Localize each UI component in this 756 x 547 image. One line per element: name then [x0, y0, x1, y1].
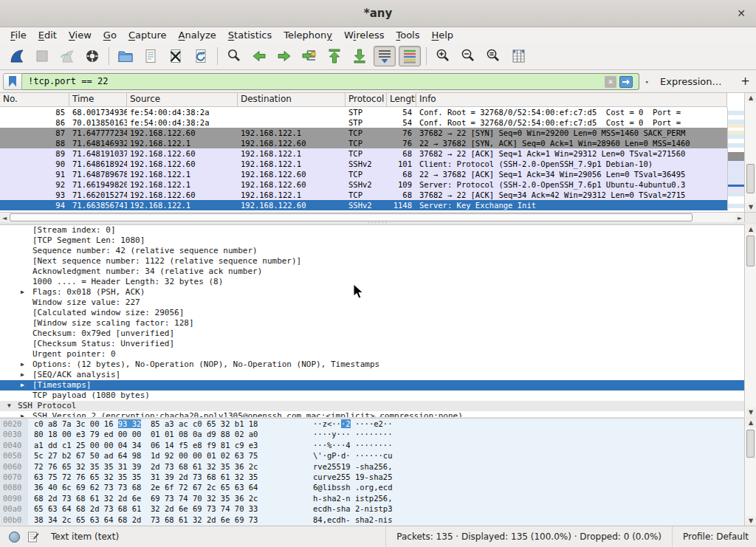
- packet-row-92[interactable]: 9271.661949820192.168.122.1192.168.122.6…: [0, 179, 727, 190]
- hex-row-0030[interactable]: 003080 18 00 e3 79 ed 00 00 01 01 08 0a …: [0, 429, 756, 439]
- filter-bookmark-button[interactable]: [3, 73, 22, 90]
- scroll-up-arrow-icon[interactable]: ▲: [746, 224, 756, 234]
- column-header-length[interactable]: Length: [387, 93, 416, 106]
- find-packet-button[interactable]: [223, 46, 245, 66]
- go-first-button[interactable]: [323, 46, 346, 66]
- scrollbar-thumb[interactable]: [746, 164, 755, 193]
- hex-row-0020[interactable]: 0020c0 a8 7a 3c 00 16 93 32 85 a3 ac c0 …: [0, 419, 756, 429]
- menu-go[interactable]: Go: [97, 29, 123, 41]
- packet-row-88[interactable]: 8871.648146932192.168.122.1192.168.122.6…: [0, 138, 727, 148]
- detail-row-5[interactable]: 1000 .... = Header Length: 32 bytes (8): [0, 277, 744, 287]
- packet-row-86[interactable]: 8670.013850163fe:54:00:d4:38:2aSTP54Conf…: [0, 117, 727, 128]
- filter-dropdown-caret[interactable]: ▾: [645, 78, 649, 86]
- capture-options-button[interactable]: [81, 46, 103, 66]
- scroll-down-arrow-icon[interactable]: ▼: [746, 202, 756, 212]
- save-file-button[interactable]: [140, 46, 162, 66]
- menu-tools[interactable]: Tools: [390, 29, 425, 41]
- zoom-in-button[interactable]: [432, 46, 454, 66]
- detail-row-10[interactable]: Checksum: 0x79ed [unverified]: [0, 328, 744, 339]
- packet-row-94[interactable]: 9471.663856741192.168.122.1192.168.122.6…: [0, 200, 727, 210]
- packet-row-90[interactable]: 9071.648618924192.168.122.60192.168.122.…: [0, 159, 727, 169]
- detail-row-8[interactable]: [Calculated window size: 29056]: [0, 308, 744, 318]
- scrollbar-thumb[interactable]: [746, 430, 755, 458]
- colorize-button[interactable]: [399, 46, 421, 66]
- hex-row-0040[interactable]: 0040a1 dd c1 25 00 00 04 34 06 14 f5 e8 …: [0, 440, 756, 450]
- column-header-info[interactable]: Info: [416, 93, 727, 106]
- menu-view[interactable]: View: [63, 29, 97, 41]
- packet-list-minimap[interactable]: [727, 107, 744, 211]
- detail-row-6[interactable]: ▶Flags: 0x018 (PSH, ACK): [0, 287, 744, 297]
- go-back-button[interactable]: [248, 46, 270, 66]
- expand-toggle-icon[interactable]: ▶: [21, 370, 24, 380]
- close-file-button[interactable]: [165, 46, 187, 66]
- scrollbar-thumb[interactable]: [10, 213, 693, 221]
- detail-row-4[interactable]: Acknowledgment number: 34 (relative ack …: [0, 266, 744, 277]
- column-header-time[interactable]: Time: [69, 93, 127, 106]
- restart-capture-button[interactable]: [56, 46, 78, 66]
- detail-row-12[interactable]: Urgent pointer: 0: [0, 349, 744, 359]
- auto-scroll-button[interactable]: [374, 46, 396, 66]
- menu-file[interactable]: File: [4, 29, 32, 41]
- capture-comment-icon[interactable]: [27, 531, 39, 543]
- detail-row-9[interactable]: [Window size scaling factor: 128]: [0, 318, 744, 328]
- filter-apply-button[interactable]: [619, 76, 633, 88]
- column-header-protocol[interactable]: Protocol: [346, 93, 387, 106]
- menu-capture[interactable]: Capture: [123, 29, 173, 41]
- column-header-destination[interactable]: Destination: [238, 93, 346, 106]
- scroll-down-arrow-icon[interactable]: ▼: [746, 407, 756, 417]
- menu-statistics[interactable]: Statistics: [222, 29, 278, 41]
- scroll-up-arrow-icon[interactable]: ▲: [746, 418, 756, 427]
- scroll-up-arrow-icon[interactable]: ▲: [746, 93, 756, 103]
- hex-vscrollbar[interactable]: ▲ ▼: [744, 418, 756, 526]
- open-file-button[interactable]: [114, 46, 137, 66]
- detail-row-1[interactable]: [TCP Segment Len: 1080]: [0, 235, 744, 246]
- hex-row-00a0[interactable]: 00a065 63 64 68 2d 73 68 61 32 2d 6e 69 …: [0, 503, 756, 514]
- packet-row-85[interactable]: 8568.001734936fe:54:00:d4:38:2aSTP54Conf…: [0, 107, 727, 117]
- go-last-button[interactable]: [348, 46, 371, 66]
- column-header-no[interactable]: No.: [0, 93, 69, 106]
- detail-row-3[interactable]: [Next sequence number: 1122 (relative se…: [0, 256, 744, 266]
- resize-columns-button[interactable]: [507, 46, 529, 66]
- hex-row-0050[interactable]: 00505c 27 b2 67 50 ad 64 98 1d 92 00 00 …: [0, 450, 756, 461]
- menu-analyze[interactable]: Analyze: [173, 29, 222, 41]
- hex-row-0080[interactable]: 008036 40 6c 69 62 73 73 68 2e 6f 72 67 …: [0, 482, 756, 492]
- packet-list-vscrollbar[interactable]: ▲ ▼: [744, 93, 756, 212]
- detail-row-16[interactable]: TCP payload (1080 bytes): [0, 391, 744, 401]
- filter-input[interactable]: !tcp.port == 22 ✕ ▾: [22, 73, 639, 90]
- filter-add-button[interactable]: +: [738, 75, 753, 88]
- go-to-packet-button[interactable]: [298, 46, 320, 66]
- detail-row-2[interactable]: Sequence number: 42 (relative sequence n…: [0, 246, 744, 256]
- expand-toggle-icon[interactable]: ▶: [21, 411, 24, 417]
- go-forward-button[interactable]: [273, 46, 295, 66]
- detail-row-11[interactable]: [Checksum Status: Unverified]: [0, 339, 744, 349]
- zoom-reset-button[interactable]: [482, 46, 504, 66]
- scroll-right-arrow-icon[interactable]: ►: [735, 213, 744, 222]
- hex-row-0070[interactable]: 007063 75 72 76 65 32 35 35 31 39 2d 73 …: [0, 472, 756, 482]
- menu-wireless[interactable]: Wireless: [338, 29, 390, 41]
- hex-row-0060[interactable]: 006072 76 65 32 35 35 31 39 2d 73 68 61 …: [0, 461, 756, 472]
- menu-telephony[interactable]: Telephony: [278, 29, 338, 41]
- expert-info-icon[interactable]: [9, 531, 20, 543]
- scroll-left-arrow-icon[interactable]: ◄: [0, 213, 9, 222]
- detail-row-14[interactable]: ▶[SEQ/ACK analysis]: [0, 370, 744, 380]
- detail-row-13[interactable]: ▶Options: (12 bytes), No-Operation (NOP)…: [0, 359, 744, 370]
- stop-capture-button[interactable]: [31, 46, 53, 66]
- detail-row-0[interactable]: [Stream index: 0]: [0, 225, 744, 235]
- menu-help[interactable]: Help: [425, 29, 459, 41]
- scrollbar-thumb[interactable]: [746, 235, 755, 266]
- close-button[interactable]: ✕: [734, 6, 749, 21]
- filter-clear-button[interactable]: ✕: [605, 76, 616, 88]
- packet-row-93[interactable]: 9371.662015274192.168.122.60192.168.122.…: [0, 190, 727, 200]
- menu-edit[interactable]: Edit: [32, 29, 63, 41]
- packet-row-91[interactable]: 9171.648789678192.168.122.1192.168.122.6…: [0, 169, 727, 179]
- scroll-down-arrow-icon[interactable]: ▼: [746, 516, 756, 526]
- hex-row-0090[interactable]: 009068 2d 73 68 61 32 2d 6e 69 73 74 70 …: [0, 493, 756, 503]
- detail-row-17[interactable]: ▼SSH Protocol: [0, 401, 744, 411]
- zoom-out-button[interactable]: [457, 46, 479, 66]
- expression-button[interactable]: Expression…: [660, 76, 722, 87]
- expand-toggle-icon[interactable]: ▶: [21, 380, 24, 391]
- details-vscrollbar[interactable]: ▲ ▼: [744, 224, 756, 417]
- start-capture-button[interactable]: [6, 46, 28, 66]
- packet-row-87[interactable]: 8771.647777234192.168.122.60192.168.122.…: [0, 128, 727, 138]
- column-header-source[interactable]: Source: [127, 93, 238, 106]
